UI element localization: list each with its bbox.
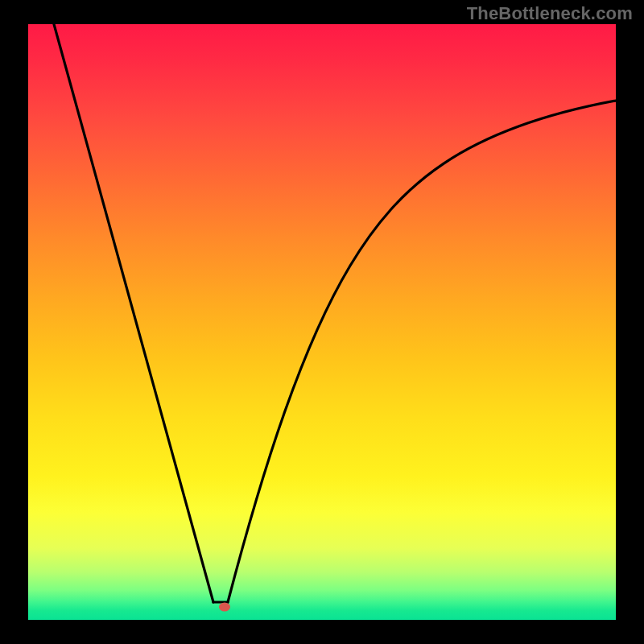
curve-left xyxy=(54,24,213,602)
bottleneck-curve xyxy=(28,24,616,620)
optimal-marker xyxy=(219,603,230,612)
watermark: TheBottleneck.com xyxy=(467,3,633,24)
curve-right xyxy=(228,101,616,602)
plot-area xyxy=(28,24,616,620)
chart-container: TheBottleneck.com xyxy=(0,0,644,644)
